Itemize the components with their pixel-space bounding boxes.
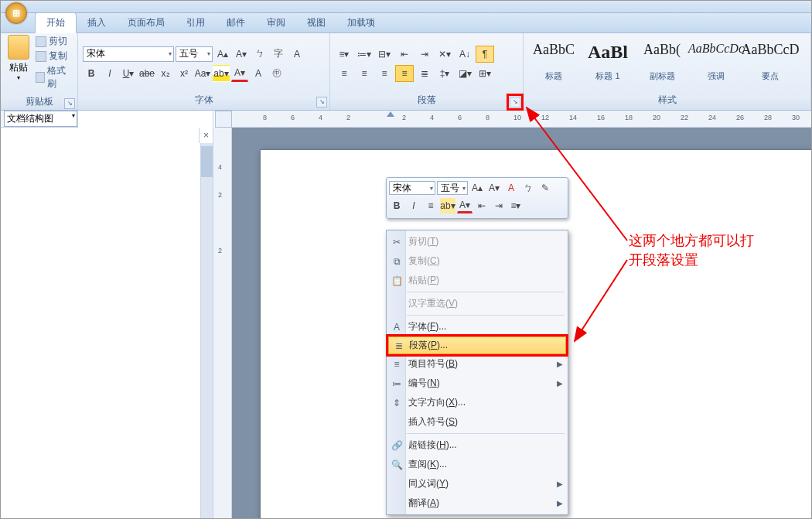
context-item-icon: ≔ <box>390 377 404 391</box>
mini-phonetic[interactable]: ㄅ <box>520 180 536 196</box>
style-item-1[interactable]: AaBl标题 1 <box>582 39 633 85</box>
context-item-16[interactable]: 翻译(A)▶ <box>387 493 568 513</box>
context-item-10[interactable]: ⇕文字方向(X)... <box>387 393 568 412</box>
shading-button[interactable]: ◪▾ <box>455 65 474 82</box>
phonetic-button[interactable]: ㄅ <box>251 46 268 63</box>
decrease-indent-button[interactable]: ⇤ <box>395 46 414 63</box>
format-painter-icon <box>36 72 46 83</box>
document-map-scrollbar[interactable] <box>200 143 213 519</box>
context-item-15[interactable]: 同义词(Y)▶ <box>387 474 568 493</box>
font-launcher[interactable]: ↘ <box>316 97 327 108</box>
char-shading-button[interactable]: A <box>250 65 267 82</box>
mini-styles[interactable]: A <box>503 180 519 196</box>
strike-button[interactable]: abe <box>138 65 155 82</box>
context-item-icon: ≡ <box>390 357 404 371</box>
multilevel-list-button[interactable]: ⊟▾ <box>375 46 394 63</box>
group-font-label: 字体 ↘ <box>78 90 329 110</box>
align-right-button[interactable]: ≡ <box>375 65 394 82</box>
document-map-bar: 文档结构图▾ <box>1 111 78 128</box>
format-painter-button[interactable]: 格式刷 <box>36 64 73 90</box>
group-styles-label: 样式 <box>524 90 810 110</box>
paragraph-launcher[interactable]: ↘ <box>510 97 520 108</box>
context-item-icon: 🔗 <box>390 439 404 452</box>
tab-mailings[interactable]: 邮件 <box>216 13 256 32</box>
bold-button[interactable]: B <box>83 65 100 82</box>
clear-format-button[interactable]: A <box>288 46 305 63</box>
font-color-button[interactable]: A▾ <box>231 65 248 82</box>
context-item-11[interactable]: 插入符号(S) <box>387 412 568 432</box>
bullets-button[interactable]: ≡▾ <box>335 46 353 63</box>
subscript-button[interactable]: x₂ <box>157 65 174 82</box>
tab-review[interactable]: 审阅 <box>256 13 296 32</box>
tab-insert[interactable]: 插入 <box>77 13 117 32</box>
tab-view[interactable]: 视图 <box>296 13 336 32</box>
align-justify-button[interactable]: ≡ <box>395 65 414 82</box>
tab-references[interactable]: 引用 <box>176 13 216 32</box>
tab-home[interactable]: 开始 <box>35 12 77 33</box>
style-item-3[interactable]: AaBbCcDc强调 <box>691 39 742 85</box>
change-case-button[interactable]: Aa▾ <box>194 65 211 82</box>
mini-bold[interactable]: B <box>389 198 404 213</box>
sort-button[interactable]: A↓ <box>455 46 474 63</box>
italic-button[interactable]: I <box>101 65 118 82</box>
style-item-0[interactable]: AaBbC标题 <box>528 39 579 85</box>
shrink-font-button[interactable]: A▾ <box>233 46 250 63</box>
ruler-corner[interactable] <box>215 111 232 128</box>
mini-highlight[interactable]: ab▾ <box>440 198 455 213</box>
increase-indent-button[interactable]: ⇥ <box>415 46 434 63</box>
align-center-button[interactable]: ≡ <box>355 65 374 82</box>
mini-font-name-combo[interactable]: 宋体▾ <box>389 181 435 195</box>
context-item-7[interactable]: ≣段落(P)... <box>388 336 566 354</box>
context-item-label: 插入符号(S) <box>408 415 458 429</box>
context-item-14[interactable]: 🔍查阅(K)... <box>387 455 568 474</box>
mini-increase-indent[interactable]: ⇥ <box>491 198 507 213</box>
mini-center[interactable]: ≡ <box>423 198 438 213</box>
context-item-9[interactable]: ≔编号(N)▶ <box>387 374 568 393</box>
context-item-6[interactable]: A字体(F)... <box>387 317 568 336</box>
mini-format-painter[interactable]: ✎ <box>537 180 553 196</box>
mini-italic[interactable]: I <box>406 198 421 213</box>
tab-addins[interactable]: 加载项 <box>336 13 386 32</box>
context-item-8[interactable]: ≡项目符号(B)▶ <box>387 354 568 374</box>
office-button[interactable]: ⊞ <box>5 2 27 24</box>
horizontal-ruler[interactable]: 86422468101214161820222426283032 <box>232 111 811 128</box>
style-item-4[interactable]: AaBbCcD要点 <box>745 39 796 85</box>
document-map-close[interactable]: × <box>199 128 213 143</box>
asian-layout-button[interactable]: ✕▾ <box>435 46 454 63</box>
ribbon-tabs: 开始 插入 页面布局 引用 邮件 审阅 视图 加载项 <box>1 13 811 33</box>
enclose-char-button[interactable]: ㊥ <box>268 65 285 82</box>
vertical-ruler[interactable]: 422 <box>213 128 232 519</box>
underline-button[interactable]: U▾ <box>120 65 137 82</box>
line-spacing-button[interactable]: ‡▾ <box>435 65 454 82</box>
mini-grow-font[interactable]: A▴ <box>469 180 485 196</box>
first-line-indent-marker[interactable] <box>387 111 394 117</box>
superscript-button[interactable]: x² <box>176 65 193 82</box>
ruler-label: 22 <box>681 114 688 121</box>
font-name-combo[interactable]: 宋体▾ <box>83 46 174 62</box>
cut-button[interactable]: 剪切 <box>36 35 73 48</box>
tab-page-layout[interactable]: 页面布局 <box>117 13 176 32</box>
highlight-color-button[interactable]: ab▾ <box>213 65 230 82</box>
context-item-13[interactable]: 🔗超链接(H)... <box>387 435 568 455</box>
clipboard-launcher[interactable]: ↘ <box>64 98 75 109</box>
numbering-button[interactable]: ≔▾ <box>355 46 374 63</box>
context-item-icon: ≣ <box>392 339 406 353</box>
paste-button[interactable]: 粘贴 ▾ <box>5 35 32 90</box>
context-menu: ✂剪切(T)⧉复制(C)📋粘贴(P)汉字重选(V)A字体(F)...≣段落(P)… <box>386 230 568 515</box>
grow-font-button[interactable]: A▴ <box>214 46 231 63</box>
font-size-combo[interactable]: 五号▾ <box>176 46 213 62</box>
char-border-button[interactable]: 字 <box>270 46 287 63</box>
mini-decrease-indent[interactable]: ⇤ <box>474 198 490 213</box>
align-left-button[interactable]: ≡ <box>335 65 353 82</box>
style-preview: AaBbCcDc <box>688 42 744 56</box>
style-item-2[interactable]: AaBb(副标题 <box>636 39 687 85</box>
distribute-button[interactable]: ≣ <box>415 65 434 82</box>
copy-button[interactable]: 复制 <box>36 50 73 63</box>
mini-bullets[interactable]: ≡▾ <box>508 198 524 213</box>
show-marks-button[interactable]: ¶ <box>476 46 494 63</box>
document-map-combo[interactable]: 文档结构图▾ <box>4 111 77 127</box>
mini-shrink-font[interactable]: A▾ <box>486 180 502 196</box>
borders-button[interactable]: ⊞▾ <box>476 65 494 82</box>
mini-font-size-combo[interactable]: 五号▾ <box>437 181 468 195</box>
mini-font-color[interactable]: A▾ <box>457 198 473 213</box>
